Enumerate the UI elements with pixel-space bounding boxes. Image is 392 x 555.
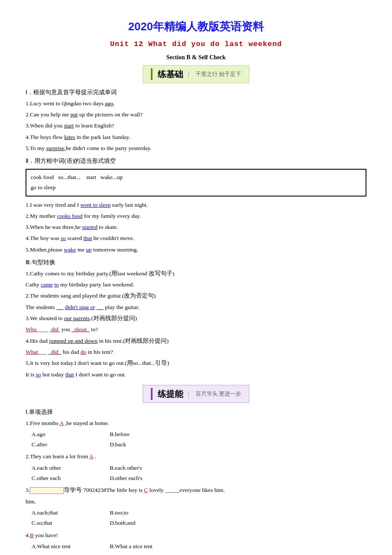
- banner1: 练基础 ｜ 千里之行 始于足下: [26, 65, 366, 83]
- part4-item3-q: 3. 导学号 70924238The little boy is C lovel…: [26, 485, 366, 495]
- part2-header: Ⅱ．用方框中词(语)的适当形式填空: [26, 156, 366, 166]
- part2-item2: 2.My mother cooks food for my family eve…: [26, 211, 366, 221]
- part4-item3-cont: him.: [26, 497, 366, 507]
- part4-item4-q: 4.B you have!: [26, 530, 366, 541]
- part3-header: Ⅲ.句型转换: [26, 257, 366, 268]
- part3-item4-orig: 4.His dad jumped up and down in his tent…: [26, 336, 366, 346]
- part3-item4-ans: What___ did his dad do in his tent?: [26, 347, 366, 357]
- part1-item3: 3.When did you start to learn English?: [26, 121, 366, 131]
- word-box: cook food so...that... start wake...up g…: [26, 169, 366, 197]
- part1-item1: 1.Lucy went to Qingdao two days ago.: [26, 98, 366, 109]
- part3-item5-orig: 5.It is very hot today.I don't want to g…: [26, 358, 366, 368]
- part2-item1: 1.I was very tired and I went to sleep e…: [26, 200, 366, 210]
- part3-item2-ans: The students didn't sing or play the gui…: [26, 302, 366, 312]
- part3-item5-ans: It is so hot today that I don't want to …: [26, 370, 366, 380]
- part1-item2: 2.Can you help me put up the pictures on…: [26, 110, 366, 120]
- part3-item2-orig: 2.The students sang and played the guita…: [26, 291, 366, 301]
- part2-item5: 5.Mother,please wake me up tomorrow morn…: [26, 245, 366, 255]
- banner2-main: 练提能: [158, 387, 183, 401]
- main-title: 2020年精编人教版英语资料: [26, 17, 366, 36]
- banner1-separator: ｜: [186, 69, 191, 79]
- banner1-sub: 千里之行 始于足下: [196, 69, 241, 79]
- part1-item5: 5.To my surprise,he didn't come to the p…: [26, 143, 366, 153]
- part3-item1-orig: 1.Cathy comes to my birthday party.(用las…: [26, 269, 366, 279]
- part1-header: Ⅰ．根据句意及首字母提示完成单词: [26, 87, 366, 98]
- banner2: 练提能 ｜ 百尺竿头 更进一步: [26, 385, 366, 403]
- part3-item3-orig: 3.We shouted to our parents.(对画线部分提问): [26, 313, 366, 324]
- part4-item2-q: 2.They can learn a lot from A .: [26, 451, 366, 462]
- banner2-separator: ｜: [186, 389, 191, 399]
- part3-item1-ans: Cathy came to my birthday party last wee…: [26, 280, 366, 290]
- part4-item3-opts: A.such;that B.too;to C.so;that D.both;an…: [32, 508, 366, 529]
- part4-item2-opts: A.each other B.each other's C.other each…: [32, 463, 366, 484]
- part4-item1-q: 1.Five months A ,he stayed at home.: [26, 418, 366, 428]
- section-title: Section B & Self Check: [26, 52, 366, 63]
- part4-item1-opts: A.ago B.before C.after D.back: [32, 429, 366, 450]
- banner2-sub: 百尺竿头 更进一步: [196, 389, 241, 399]
- part4-header: Ⅰ.单项选择: [26, 407, 366, 417]
- part4-item4-opts: A.What nice tent B.What a nice tent C.Ho…: [32, 541, 366, 555]
- part2-item3: 3.When he was three,he started to skate.: [26, 222, 366, 232]
- sub-title: Unit 12 What did you do last weekend: [26, 38, 366, 51]
- part3-item3-ans: Who____ did you shout to?: [26, 324, 366, 335]
- part2-item4: 4.The boy was so scared that he couldn't…: [26, 233, 366, 243]
- banner1-main: 练基础: [158, 67, 183, 81]
- part1-item4: 4.The boys flew kites in the park last S…: [26, 132, 366, 142]
